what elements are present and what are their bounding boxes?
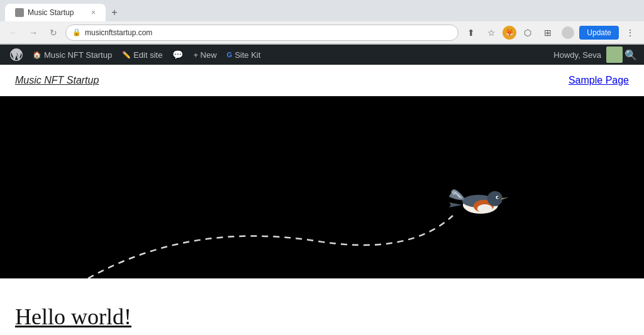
new-tab-button[interactable]: + <box>106 4 123 21</box>
wp-admin-bar: 🏠 Music NFT Startup ✏️ Edit site 💬 + New… <box>0 45 644 65</box>
sitekit-g-icon: G <box>227 51 233 58</box>
wp-edit-site-item[interactable]: ✏️ Edit site <box>117 45 167 65</box>
tab-close-icon[interactable]: × <box>91 8 96 17</box>
wp-logo-item[interactable] <box>5 45 28 65</box>
grid-button[interactable]: ⊞ <box>539 24 557 41</box>
share-icon: ⬆ <box>467 28 475 38</box>
bookmark-button[interactable]: ☆ <box>482 24 500 41</box>
tab-title: Music Startup <box>28 8 74 17</box>
bird-svg <box>446 175 515 225</box>
admin-avatar <box>606 47 623 63</box>
forward-icon: → <box>29 28 38 38</box>
sample-page-link[interactable]: Sample Page <box>569 75 629 85</box>
avatar-icon <box>562 26 574 39</box>
site-header: Music NFT Startup Sample Page <box>0 65 644 96</box>
browser-profile-icon: 🦊 <box>502 26 516 40</box>
site-wrapper: Music NFT Startup Sample Page <box>0 65 644 335</box>
forward-button[interactable]: → <box>25 25 42 41</box>
reload-button[interactable]: ↻ <box>45 25 62 41</box>
address-bar[interactable]: 🔒 musicnftstartup.com <box>65 25 458 41</box>
lock-icon: 🔒 <box>72 28 81 36</box>
browser-tabs: Music Startup × + <box>0 0 644 21</box>
browser-toolbar-icons: ⬆ ☆ 🦊 ⬡ ⊞ Update ⋮ <box>462 24 639 41</box>
extensions-icon-button[interactable]: ⬡ <box>519 24 536 41</box>
menu-icon: ⋮ <box>626 28 635 38</box>
edit-site-label: Edit site <box>133 50 162 60</box>
edit-icon: ✏️ <box>122 51 131 59</box>
search-icon: 🔍 <box>625 49 637 61</box>
back-button[interactable]: ← <box>5 25 21 41</box>
wp-search-button[interactable]: 🔍 <box>623 47 639 63</box>
howdy-text: Howdy, Seva <box>548 50 606 60</box>
url-text: musicnftstartup.com <box>85 28 152 37</box>
avatar-button[interactable] <box>559 24 577 41</box>
wp-comments-item[interactable]: 💬 <box>167 45 188 65</box>
bookmark-icon: ☆ <box>487 28 496 38</box>
wp-logo-icon <box>10 48 23 61</box>
svg-point-3 <box>477 204 492 213</box>
sitekit-label: Site Kit <box>235 50 260 60</box>
browser-toolbar: ← → ↻ 🔒 musicnftstartup.com ⬆ ☆ 🦊 ⬡ ⊞ <box>0 21 644 44</box>
svg-point-4 <box>487 191 502 206</box>
reload-icon: ↻ <box>50 28 57 38</box>
wp-new-item[interactable]: + New <box>188 45 221 65</box>
update-button[interactable]: Update <box>579 26 619 40</box>
site-name-label: Music NFT Startup <box>44 50 112 60</box>
browser-chrome: Music Startup × + ← → ↻ 🔒 musicnftstartu… <box>0 0 644 45</box>
active-tab[interactable]: Music Startup × <box>5 4 106 21</box>
new-content-label: + New <box>193 50 216 60</box>
wp-admin-right: Howdy, Seva 🔍 <box>548 47 639 63</box>
site-nav: Sample Page <box>569 75 629 86</box>
grid-icon: ⊞ <box>544 28 552 38</box>
home-icon: 🏠 <box>33 51 42 59</box>
comments-icon: 💬 <box>172 50 183 60</box>
svg-point-6 <box>497 197 499 199</box>
wp-sitekit-item[interactable]: G Site Kit <box>222 45 266 65</box>
post-title: Hello world! <box>15 304 629 330</box>
share-button[interactable]: ⬆ <box>462 24 480 41</box>
hero-section <box>0 96 644 278</box>
wp-site-name-item[interactable]: 🏠 Music NFT Startup <box>28 45 117 65</box>
site-title[interactable]: Music NFT Startup <box>15 75 99 86</box>
tab-favicon <box>15 8 24 17</box>
dashed-path-svg <box>0 96 644 278</box>
back-icon: ← <box>9 28 18 38</box>
puzzle-icon: ⬡ <box>524 28 531 38</box>
menu-button[interactable]: ⋮ <box>621 24 639 41</box>
content-section: Hello world! Welcome to WordPress. This … <box>0 278 644 335</box>
